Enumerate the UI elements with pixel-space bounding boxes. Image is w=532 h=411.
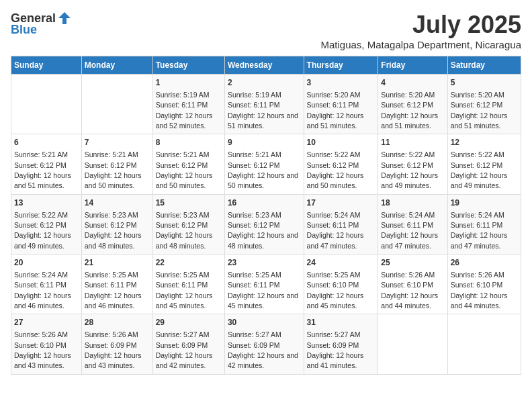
calendar-cell	[81, 75, 152, 134]
day-sunset: Sunset: 6:11 PM	[228, 281, 280, 289]
weekday-header-sunday: Sunday	[11, 56, 82, 75]
day-sunset: Sunset: 6:11 PM	[85, 281, 137, 289]
day-daylight: Daylight: 12 hours and 49 minutes.	[14, 231, 71, 249]
calendar-cell: 21 Sunrise: 5:25 AM Sunset: 6:11 PM Dayl…	[81, 255, 152, 314]
calendar-cell: 6 Sunrise: 5:21 AM Sunset: 6:12 PM Dayli…	[11, 134, 82, 194]
day-number: 7	[85, 137, 150, 148]
day-sunrise: Sunrise: 5:23 AM	[85, 211, 138, 219]
day-sunrise: Sunrise: 5:24 AM	[14, 271, 68, 279]
day-sunrise: Sunrise: 5:26 AM	[381, 271, 435, 279]
day-number: 15	[156, 197, 222, 209]
day-number: 10	[307, 137, 375, 148]
day-sunset: Sunset: 6:12 PM	[381, 101, 433, 109]
weekday-header-saturday: Saturday	[447, 56, 521, 75]
calendar-cell: 2 Sunrise: 5:19 AM Sunset: 6:11 PM Dayli…	[224, 75, 304, 134]
day-number: 30	[228, 317, 301, 328]
day-number: 24	[307, 257, 375, 269]
day-sunrise: Sunrise: 5:27 AM	[307, 330, 361, 338]
calendar-table: SundayMondayTuesdayWednesdayThursdayFrid…	[11, 56, 521, 375]
day-sunset: Sunset: 6:09 PM	[85, 341, 137, 349]
calendar-cell: 29 Sunrise: 5:27 AM Sunset: 6:09 PM Dayl…	[152, 314, 224, 374]
calendar-cell: 31 Sunrise: 5:27 AM Sunset: 6:09 PM Dayl…	[304, 314, 378, 374]
day-sunset: Sunset: 6:11 PM	[14, 281, 66, 289]
calendar-cell: 1 Sunrise: 5:19 AM Sunset: 6:11 PM Dayli…	[152, 75, 224, 134]
day-sunrise: Sunrise: 5:21 AM	[14, 150, 68, 158]
day-number: 25	[381, 257, 444, 269]
day-number: 18	[381, 197, 444, 209]
day-sunrise: Sunrise: 5:20 AM	[307, 91, 361, 99]
calendar-cell: 20 Sunrise: 5:24 AM Sunset: 6:11 PM Dayl…	[11, 255, 82, 314]
day-sunset: Sunset: 6:12 PM	[156, 161, 208, 169]
calendar-cell: 19 Sunrise: 5:24 AM Sunset: 6:11 PM Dayl…	[447, 194, 521, 254]
svg-marker-0	[58, 12, 71, 24]
day-number: 2	[228, 77, 301, 89]
day-daylight: Daylight: 12 hours and 45 minutes.	[307, 291, 364, 310]
day-sunset: Sunset: 6:12 PM	[228, 161, 280, 169]
logo-blue-text: Blue	[11, 23, 37, 37]
day-daylight: Daylight: 12 hours and 51 minutes.	[307, 111, 364, 130]
day-number: 9	[228, 137, 301, 148]
day-number: 27	[14, 317, 79, 328]
calendar-cell: 5 Sunrise: 5:20 AM Sunset: 6:12 PM Dayli…	[447, 75, 521, 134]
calendar-cell: 8 Sunrise: 5:21 AM Sunset: 6:12 PM Dayli…	[152, 134, 224, 194]
day-sunset: Sunset: 6:09 PM	[228, 341, 280, 349]
day-sunset: Sunset: 6:11 PM	[307, 101, 359, 109]
day-sunrise: Sunrise: 5:26 AM	[451, 271, 504, 279]
calendar-cell: 9 Sunrise: 5:21 AM Sunset: 6:12 PM Dayli…	[224, 134, 304, 194]
day-sunset: Sunset: 6:12 PM	[451, 101, 503, 109]
calendar-week-row: 20 Sunrise: 5:24 AM Sunset: 6:11 PM Dayl…	[11, 255, 521, 314]
day-sunset: Sunset: 6:11 PM	[451, 221, 503, 229]
logo-icon	[57, 11, 72, 26]
calendar-week-row: 1 Sunrise: 5:19 AM Sunset: 6:11 PM Dayli…	[11, 75, 521, 134]
day-sunrise: Sunrise: 5:20 AM	[451, 91, 504, 99]
day-number: 1	[156, 77, 222, 89]
day-number: 14	[85, 197, 150, 209]
day-daylight: Daylight: 12 hours and 46 minutes.	[14, 291, 71, 310]
day-daylight: Daylight: 12 hours and 51 minutes.	[381, 111, 438, 130]
day-number: 5	[451, 77, 518, 89]
day-number: 23	[228, 257, 301, 269]
day-number: 12	[451, 137, 518, 148]
day-number: 16	[228, 197, 301, 209]
calendar-cell: 30 Sunrise: 5:27 AM Sunset: 6:09 PM Dayl…	[224, 314, 304, 374]
weekday-header-row: SundayMondayTuesdayWednesdayThursdayFrid…	[11, 56, 521, 75]
day-number: 29	[156, 317, 222, 328]
day-daylight: Daylight: 12 hours and 50 minutes.	[156, 171, 213, 189]
day-sunrise: Sunrise: 5:19 AM	[228, 91, 281, 99]
day-sunrise: Sunrise: 5:21 AM	[228, 150, 281, 158]
day-daylight: Daylight: 12 hours and 51 minutes.	[228, 111, 298, 130]
day-number: 28	[85, 317, 150, 328]
calendar-cell: 3 Sunrise: 5:20 AM Sunset: 6:11 PM Dayli…	[304, 75, 378, 134]
weekday-header-tuesday: Tuesday	[152, 56, 224, 75]
page-header: General Blue July 2025 Matiguas, Matagal…	[11, 11, 521, 50]
weekday-header-monday: Monday	[81, 56, 152, 75]
day-sunset: Sunset: 6:09 PM	[156, 341, 208, 349]
day-sunrise: Sunrise: 5:19 AM	[156, 91, 210, 99]
day-sunset: Sunset: 6:10 PM	[451, 281, 503, 289]
day-sunrise: Sunrise: 5:24 AM	[451, 211, 504, 219]
day-sunset: Sunset: 6:12 PM	[85, 221, 137, 229]
day-number: 4	[381, 77, 444, 89]
day-daylight: Daylight: 12 hours and 49 minutes.	[451, 171, 508, 189]
day-sunrise: Sunrise: 5:23 AM	[228, 211, 281, 219]
day-sunset: Sunset: 6:10 PM	[381, 281, 433, 289]
calendar-cell: 11 Sunrise: 5:22 AM Sunset: 6:12 PM Dayl…	[378, 134, 447, 194]
day-daylight: Daylight: 12 hours and 44 minutes.	[381, 291, 438, 310]
day-sunrise: Sunrise: 5:25 AM	[85, 271, 138, 279]
day-daylight: Daylight: 12 hours and 50 minutes.	[85, 171, 142, 189]
day-sunset: Sunset: 6:12 PM	[451, 161, 503, 169]
calendar-cell: 15 Sunrise: 5:23 AM Sunset: 6:12 PM Dayl…	[152, 194, 224, 254]
calendar-cell: 18 Sunrise: 5:24 AM Sunset: 6:11 PM Dayl…	[378, 194, 447, 254]
title-area: July 2025 Matiguas, Matagalpa Department…	[321, 11, 522, 50]
weekday-header-thursday: Thursday	[304, 56, 378, 75]
calendar-cell: 24 Sunrise: 5:25 AM Sunset: 6:10 PM Dayl…	[304, 255, 378, 314]
day-number: 19	[451, 197, 518, 209]
day-sunrise: Sunrise: 5:25 AM	[156, 271, 210, 279]
day-sunrise: Sunrise: 5:24 AM	[381, 211, 435, 219]
day-daylight: Daylight: 12 hours and 50 minutes.	[307, 171, 364, 189]
day-sunrise: Sunrise: 5:21 AM	[85, 150, 138, 158]
calendar-cell: 7 Sunrise: 5:21 AM Sunset: 6:12 PM Dayli…	[81, 134, 152, 194]
day-sunrise: Sunrise: 5:26 AM	[14, 330, 68, 338]
calendar-cell: 16 Sunrise: 5:23 AM Sunset: 6:12 PM Dayl…	[224, 194, 304, 254]
day-number: 17	[307, 197, 375, 209]
